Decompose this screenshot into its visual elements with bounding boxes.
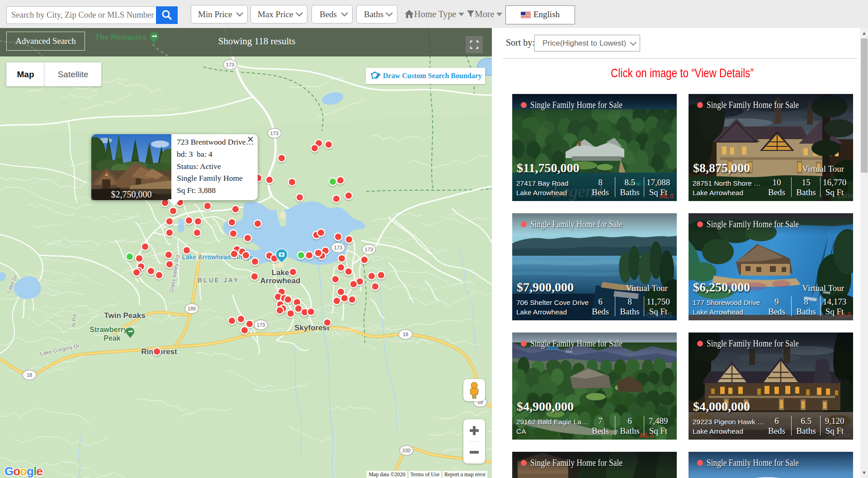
svg-text:18: 18 — [27, 372, 32, 378]
svg-text:173: 173 — [334, 245, 342, 250]
svg-text:330: 330 — [402, 448, 410, 453]
svg-text:173: 173 — [257, 322, 265, 328]
svg-text:173: 173 — [365, 247, 373, 252]
svg-text:173: 173 — [226, 62, 234, 67]
svg-text:Arrowhead: Arrowhead — [260, 276, 301, 285]
svg-text:189: 189 — [188, 306, 196, 311]
svg-text:18: 18 — [403, 332, 408, 337]
svg-text:Twin Peaks: Twin Peaks — [104, 311, 145, 320]
svg-text:173: 173 — [270, 131, 278, 136]
svg-text:Lake: Lake — [272, 268, 289, 277]
svg-text:N Rd: N Rd — [71, 314, 78, 327]
svg-text:Strawberry: Strawberry — [90, 326, 127, 333]
svg-text:BLUE JAY: BLUE JAY — [198, 276, 239, 284]
svg-text:Peak: Peak — [104, 334, 120, 342]
